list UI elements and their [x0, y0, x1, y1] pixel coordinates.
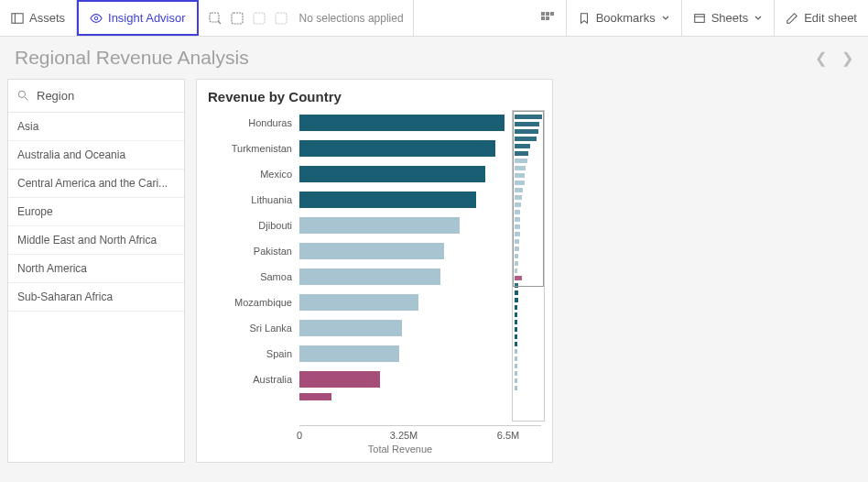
mini-bar	[515, 225, 519, 229]
bar	[299, 115, 505, 131]
bar-row[interactable]: Australia	[299, 367, 505, 392]
svg-line-16	[25, 97, 27, 100]
bar	[299, 192, 476, 208]
svg-rect-13	[694, 14, 704, 22]
sheets-button[interactable]: Sheets	[682, 0, 775, 36]
bar-row[interactable]: Sri Lanka	[299, 315, 505, 341]
sheet-icon	[693, 12, 706, 25]
filter-item[interactable]: North America	[8, 255, 184, 283]
filter-item[interactable]: Asia	[8, 113, 184, 141]
bar-chart[interactable]: HondurasTurkmenistanMexicoLithuaniaDjibo…	[208, 110, 505, 422]
filter-item[interactable]: Central America and the Cari...	[8, 170, 184, 198]
bar	[299, 166, 485, 182]
mini-bar	[515, 261, 518, 266]
mini-bar	[515, 283, 518, 288]
filter-header[interactable]: Region	[8, 80, 184, 113]
mini-bar	[515, 378, 517, 383]
mini-bar	[515, 239, 519, 244]
svg-rect-12	[546, 16, 549, 20]
x-tick: 3.25M	[390, 430, 418, 441]
bar-row[interactable]: Mozambique	[299, 290, 505, 315]
bar-label: Djibouti	[208, 220, 296, 231]
mini-bar	[515, 254, 518, 258]
smart-search-icon[interactable]	[208, 11, 222, 26]
chevron-down-icon	[754, 14, 763, 23]
region-filter-panel: Region AsiaAustralia and OceaniaCentral …	[7, 79, 185, 463]
filter-item[interactable]: Europe	[8, 198, 184, 226]
svg-rect-0	[12, 13, 23, 23]
bar	[299, 140, 495, 157]
bar-label: Samoa	[208, 271, 296, 282]
mini-bar	[515, 144, 530, 148]
mini-bar	[515, 356, 517, 361]
svg-rect-9	[546, 12, 549, 16]
grid-button[interactable]	[529, 0, 567, 36]
filter-item[interactable]: Sub-Saharan Africa	[8, 283, 184, 312]
bar	[299, 393, 331, 400]
title-row: Regional Revenue Analysis ❮ ❯	[0, 37, 868, 79]
bar-row[interactable]: Samoa	[299, 264, 505, 290]
bar-label: Pakistan	[208, 246, 296, 257]
insight-advisor-button[interactable]: Insight Advisor	[77, 0, 199, 36]
bar-label: Mexico	[208, 169, 296, 180]
bar-label: Lithuania	[208, 194, 296, 205]
mini-bar	[515, 305, 517, 310]
x-axis-label: Total Revenue	[299, 444, 501, 455]
filter-item[interactable]: Middle East and North Africa	[8, 226, 184, 255]
svg-point-15	[18, 91, 25, 97]
mini-bar	[515, 386, 517, 390]
clear-selection-icon	[274, 11, 288, 26]
mini-bar	[515, 122, 539, 126]
bar	[299, 294, 418, 311]
filter-item[interactable]: Australia and Oceania	[8, 141, 184, 170]
bar-row[interactable]: Mexico	[299, 161, 505, 187]
next-sheet-button[interactable]: ❯	[841, 49, 853, 67]
bar-row[interactable]: Lithuania	[299, 187, 505, 213]
mini-bar	[515, 195, 522, 200]
mini-bar	[515, 151, 528, 156]
bookmarks-button[interactable]: Bookmarks	[567, 0, 682, 36]
bar-row-partial	[299, 392, 505, 401]
bar-row[interactable]: Djibouti	[299, 213, 505, 238]
mini-bar	[515, 181, 525, 185]
mini-bar	[515, 320, 517, 324]
assets-button[interactable]: Assets	[0, 0, 77, 36]
mini-bar	[515, 364, 517, 368]
svg-line-4	[218, 21, 221, 24]
mini-bar	[515, 290, 518, 295]
bar-row[interactable]: Turkmenistan	[299, 136, 505, 161]
mini-bar	[515, 129, 538, 134]
chevron-down-icon	[661, 14, 670, 23]
mini-bar	[515, 173, 525, 178]
mini-bar	[515, 342, 517, 346]
sheets-label: Sheets	[711, 11, 748, 25]
chart-minimap[interactable]	[512, 110, 545, 422]
bar-label: Australia	[208, 374, 296, 385]
x-tick: 0	[297, 430, 302, 441]
mini-bar	[515, 203, 521, 207]
mini-bar	[515, 268, 517, 273]
bar-row[interactable]: Pakistan	[299, 238, 505, 264]
svg-rect-10	[550, 12, 554, 16]
svg-rect-7	[276, 13, 287, 24]
mini-bar	[515, 210, 520, 214]
edit-sheet-button[interactable]: Edit sheet	[775, 0, 868, 36]
page-title: Regional Revenue Analysis	[15, 47, 249, 69]
bar	[299, 217, 460, 234]
mini-bar	[515, 159, 527, 163]
mini-bar	[515, 334, 517, 339]
bar-row[interactable]: Honduras	[299, 110, 505, 136]
selection-forward-icon	[252, 11, 266, 26]
mini-bar	[515, 115, 542, 119]
x-axis: 03.25M6.5M	[299, 425, 541, 444]
bar-label: Mozambique	[208, 297, 296, 308]
selection-back-icon[interactable]	[230, 11, 244, 26]
filter-header-label: Region	[37, 89, 74, 103]
prev-sheet-button[interactable]: ❮	[815, 49, 827, 67]
bar-row[interactable]: Spain	[299, 341, 505, 367]
svg-rect-11	[541, 16, 545, 20]
grid-icon	[540, 11, 555, 26]
mini-bar	[515, 276, 522, 280]
revenue-chart-panel: Revenue by Country HondurasTurkmenistanM…	[196, 79, 553, 463]
svg-rect-8	[541, 12, 545, 16]
